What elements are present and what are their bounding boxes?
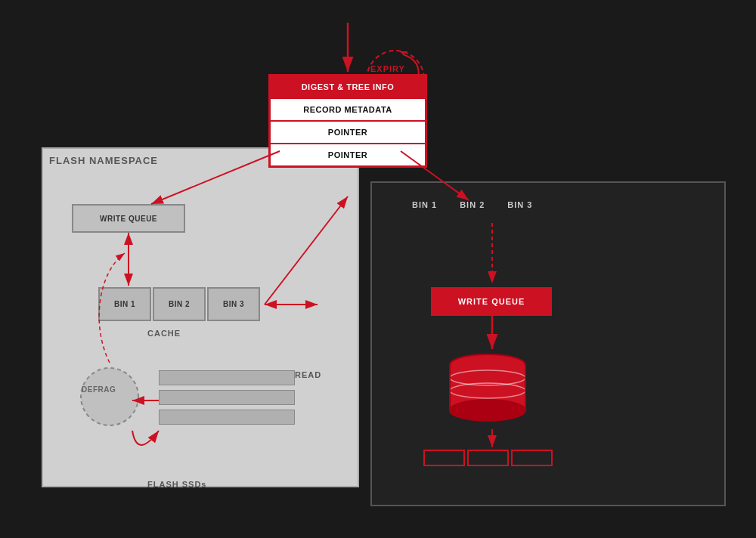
write-queue-right-label: WRITE QUEUE xyxy=(458,297,525,306)
flash-ssds-label: FLASH SSDs xyxy=(147,480,206,489)
svg-point-2 xyxy=(81,368,138,425)
write-queue-left-label: WRITE QUEUE xyxy=(100,215,157,223)
defrag-circle xyxy=(76,363,144,431)
write-queue-left: WRITE QUEUE xyxy=(72,204,185,233)
record-row-pointer2: POINTER xyxy=(271,144,425,165)
bin-left-1: BIN 1 xyxy=(98,287,151,321)
read-label: READ xyxy=(295,370,321,379)
flash-namespace-label: FLASH NAMESPACE xyxy=(49,155,158,166)
bin-right-1: BIN 1 xyxy=(412,200,437,209)
diagram-container: FLASH NAMESPACE EXPIRY DIGEST & TREE INF… xyxy=(0,0,756,538)
cache-area: BIN 1 BIN 2 BIN 3 xyxy=(98,287,260,321)
write-queue-right: WRITE QUEUE xyxy=(431,287,552,316)
expiry-label: EXPIRY xyxy=(370,64,405,73)
ssd-block-1 xyxy=(159,370,295,385)
record-box: DIGEST & TREE INFO RECORD METADATA POINT… xyxy=(268,74,427,168)
record-row-metadata: RECORD METADATA xyxy=(271,99,425,122)
database-icon xyxy=(438,351,537,427)
storage-block-1 xyxy=(423,450,465,466)
record-row-digest: DIGEST & TREE INFO xyxy=(271,76,425,99)
record-row-pointer1: POINTER xyxy=(271,122,425,144)
defrag-label: DEFRAG xyxy=(82,385,116,394)
storage-blocks xyxy=(423,450,553,466)
cache-label: CACHE xyxy=(147,329,181,338)
bin-right-3: BIN 3 xyxy=(507,200,532,209)
ssd-block-2 xyxy=(159,390,295,405)
storage-block-3 xyxy=(511,450,553,466)
bin-left-3: BIN 3 xyxy=(207,287,260,321)
ssd-block-3 xyxy=(159,410,295,425)
bin-left-2: BIN 2 xyxy=(153,287,206,321)
storage-block-2 xyxy=(467,450,509,466)
bin-right-2: BIN 2 xyxy=(460,200,485,209)
svg-point-5 xyxy=(450,400,525,421)
flash-ssds-area xyxy=(159,370,295,429)
right-bins: BIN 1 BIN 2 BIN 3 xyxy=(412,200,532,209)
